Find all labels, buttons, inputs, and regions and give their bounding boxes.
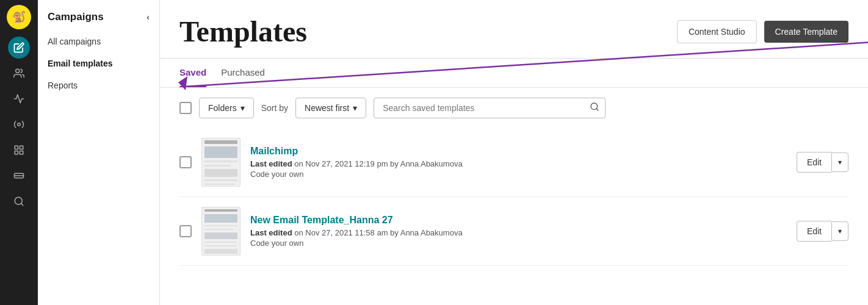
template-list: Mailchimp Last edited on Nov 27, 2021 12…: [160, 128, 868, 305]
nav-collapse-button[interactable]: ‹: [146, 12, 150, 22]
sidebar-icon-campaigns[interactable]: [8, 88, 30, 110]
page-header: Templates Content Studio Create Template: [160, 0, 868, 59]
svg-line-11: [21, 203, 23, 205]
sort-chevron-icon: ▾: [353, 103, 357, 113]
toolbar: Folders ▾ Sort by Newest first ▾: [160, 88, 868, 128]
edit-button-1[interactable]: Edit: [797, 152, 831, 173]
template-meta-1: Last edited on Nov 27, 2021 12:19 pm by …: [250, 159, 787, 168]
svg-point-3: [18, 123, 21, 126]
edit-dropdown-button-2[interactable]: ▾: [831, 221, 848, 241]
select-all-checkbox[interactable]: [179, 102, 192, 114]
tab-purchased[interactable]: Purchased: [221, 59, 265, 87]
search-icon[interactable]: [590, 102, 599, 114]
svg-point-2: [16, 69, 20, 73]
edit-button-2[interactable]: Edit: [797, 221, 831, 242]
tabs-bar: Saved Purchased: [160, 59, 868, 88]
sidebar-icon-automations[interactable]: [8, 113, 30, 135]
edit-button-group-1: Edit ▾: [797, 152, 848, 173]
template-name-2[interactable]: New Email Template_Hanna 27: [250, 215, 787, 226]
template-checkbox-2[interactable]: [179, 225, 192, 237]
template-type-1: Code your own: [250, 170, 787, 179]
folders-label: Folders: [208, 103, 237, 113]
template-thumbnail-1: [201, 138, 241, 187]
sidebar: 🐒: [0, 0, 38, 305]
sidebar-item-reports[interactable]: Reports: [38, 74, 159, 96]
edit-button-group-2: Edit ▾: [797, 221, 848, 242]
svg-line-16: [596, 109, 598, 110]
page-title: Templates: [179, 15, 307, 48]
template-info-1: Mailchimp Last edited on Nov 27, 2021 12…: [250, 146, 787, 179]
svg-rect-5: [20, 146, 23, 149]
content-studio-button[interactable]: Content Studio: [677, 20, 757, 43]
svg-text:🐒: 🐒: [12, 10, 26, 24]
template-name-1[interactable]: Mailchimp: [250, 146, 787, 157]
sidebar-icon-audience[interactable]: [8, 62, 30, 84]
search-container: [374, 98, 606, 118]
template-thumbnail-2: [201, 207, 241, 256]
sort-value: Newest first: [305, 103, 349, 113]
nav-panel: Campaigns ‹ All campaigns Email template…: [38, 0, 160, 305]
sort-button[interactable]: Newest first ▾: [295, 98, 366, 118]
main-content: Templates Content Studio Create Template…: [160, 0, 868, 305]
svg-rect-6: [20, 151, 23, 154]
folders-button[interactable]: Folders ▾: [199, 98, 254, 118]
create-template-button[interactable]: Create Template: [764, 21, 848, 43]
sidebar-item-email-templates[interactable]: Email templates: [38, 52, 159, 74]
table-row: New Email Template_Hanna 27 Last edited …: [179, 197, 848, 266]
template-meta-2: Last edited on Nov 27, 2021 11:58 am by …: [250, 228, 787, 237]
template-checkbox-1[interactable]: [179, 156, 192, 168]
nav-header: Campaigns ‹: [38, 0, 159, 30]
folders-chevron-icon: ▾: [241, 103, 245, 113]
search-input[interactable]: [374, 98, 606, 118]
edit-dropdown-button-1[interactable]: ▾: [831, 152, 848, 172]
header-actions: Content Studio Create Template: [677, 20, 848, 43]
sidebar-item-all-campaigns[interactable]: All campaigns: [38, 30, 159, 52]
sidebar-icon-pencil[interactable]: [8, 37, 30, 59]
sidebar-icon-search[interactable]: [8, 190, 30, 212]
sidebar-icon-integrations[interactable]: [8, 165, 30, 187]
tab-saved[interactable]: Saved: [179, 59, 206, 87]
table-row: Mailchimp Last edited on Nov 27, 2021 12…: [179, 128, 848, 197]
svg-rect-7: [15, 151, 18, 154]
nav-title: Campaigns: [48, 11, 104, 23]
svg-rect-4: [15, 146, 18, 149]
sort-by-label: Sort by: [261, 103, 288, 113]
template-type-2: Code your own: [250, 239, 787, 248]
sidebar-icon-content[interactable]: [8, 139, 30, 161]
template-info-2: New Email Template_Hanna 27 Last edited …: [250, 215, 787, 248]
mailchimp-logo: 🐒: [7, 5, 31, 29]
